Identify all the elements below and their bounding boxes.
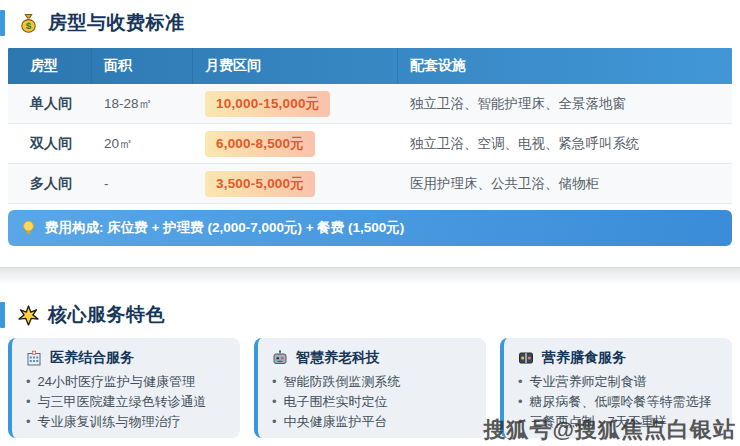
pricing-table-header-row: 房型 面积 月费区间 配套设施 bbox=[8, 48, 732, 84]
price-badge: 3,500-5,000元 bbox=[205, 171, 315, 197]
area-value: 20㎡ bbox=[92, 135, 193, 153]
service-card-title: 医养结合服务 bbox=[50, 349, 134, 367]
pricing-section: $ 房型与收费标准 房型 面积 月费区间 配套设施 单人间 18-28㎡ 10,… bbox=[0, 8, 740, 246]
service-card-title: 智慧养老科技 bbox=[296, 349, 380, 367]
robot-icon bbox=[272, 350, 288, 366]
header-price-range: 月费区间 bbox=[193, 48, 398, 84]
price-badge: 6,000-8,500元 bbox=[205, 131, 315, 157]
service-item: 智能防跌倒监测系统 bbox=[272, 372, 472, 392]
table-row: 单人间 18-28㎡ 10,000-15,000元 独立卫浴、智能护理床、全景落… bbox=[8, 84, 732, 124]
pricing-section-header: $ 房型与收费标准 bbox=[8, 8, 732, 38]
section-divider bbox=[0, 267, 740, 284]
pricing-section-title: 房型与收费标准 bbox=[48, 10, 185, 36]
table-row: 双人间 20㎡ 6,000-8,500元 独立卫浴、空调、电视、紧急呼叫系统 bbox=[8, 124, 732, 164]
fee-note-text: 费用构成: 床位费 + 护理费 (2,000-7,000元) + 餐费 (1,5… bbox=[45, 219, 404, 237]
fee-composition-note: 费用构成: 床位费 + 护理费 (2,000-7,000元) + 餐费 (1,5… bbox=[8, 210, 732, 246]
service-item: 专业营养师定制食谱 bbox=[518, 372, 718, 392]
service-item: 专业康复训练与物理治疗 bbox=[26, 412, 226, 432]
light-bulb-icon bbox=[21, 220, 36, 236]
facilities-value: 医用护理床、公共卫浴、储物柜 bbox=[398, 175, 732, 193]
services-section-title: 核心服务特色 bbox=[48, 302, 165, 328]
room-type-value: 双人间 bbox=[8, 135, 92, 153]
sparkle-star-icon bbox=[18, 305, 39, 326]
hospital-icon bbox=[26, 350, 42, 366]
svg-text:$: $ bbox=[26, 20, 32, 31]
service-card-medical: 医养结合服务 24小时医疗监护与健康管理 与三甲医院建立绿色转诊通道 专业康复训… bbox=[8, 338, 240, 438]
service-item: 中央健康监护平台 bbox=[272, 412, 472, 432]
sohu-watermark: 搜狐号@搜狐焦点白银站 bbox=[484, 415, 736, 445]
room-type-value: 多人间 bbox=[8, 175, 92, 193]
room-type-value: 单人间 bbox=[8, 95, 92, 113]
facilities-value: 独立卫浴、智能护理床、全景落地窗 bbox=[398, 95, 732, 113]
pricing-table: 房型 面积 月费区间 配套设施 单人间 18-28㎡ 10,000-15,000… bbox=[8, 48, 732, 204]
services-section-header: 核心服务特色 bbox=[8, 300, 732, 330]
price-badge: 10,000-15,000元 bbox=[205, 91, 330, 117]
header-area: 面积 bbox=[92, 48, 193, 84]
table-row: 多人间 - 3,500-5,000元 医用护理床、公共卫浴、储物柜 bbox=[8, 164, 732, 204]
bento-box-icon bbox=[518, 350, 534, 366]
service-item: 糖尿病餐、低嘌呤餐等特需选择 bbox=[518, 392, 718, 412]
service-item: 24小时医疗监护与健康管理 bbox=[26, 372, 226, 392]
header-room-type: 房型 bbox=[8, 48, 92, 84]
title-accent-bar bbox=[0, 302, 5, 328]
money-bag-icon: $ bbox=[18, 13, 39, 34]
service-item: 电子围栏实时定位 bbox=[272, 392, 472, 412]
area-value: 18-28㎡ bbox=[92, 95, 193, 113]
service-item: 与三甲医院建立绿色转诊通道 bbox=[26, 392, 226, 412]
service-card-smart-tech: 智慧养老科技 智能防跌倒监测系统 电子围栏实时定位 中央健康监护平台 bbox=[254, 338, 486, 438]
service-card-title: 营养膳食服务 bbox=[542, 349, 626, 367]
facilities-value: 独立卫浴、空调、电视、紧急呼叫系统 bbox=[398, 135, 732, 153]
area-value: - bbox=[92, 176, 193, 191]
header-facilities: 配套设施 bbox=[398, 48, 732, 84]
title-accent-bar bbox=[0, 10, 5, 36]
